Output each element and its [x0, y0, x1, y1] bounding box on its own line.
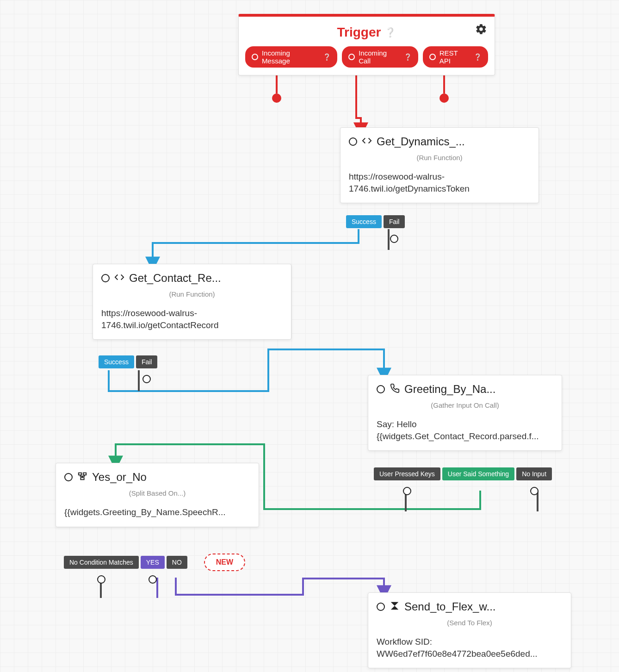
- input-port-icon: [64, 473, 73, 481]
- widget-greeting[interactable]: Greeting_By_Na... (Gather Input On Call)…: [368, 375, 562, 451]
- outcome-said-something[interactable]: User Said Something: [442, 467, 514, 480]
- widget-subtitle: (Split Based On...): [56, 486, 259, 503]
- widget-title: Get_Contact_Re...: [129, 272, 283, 285]
- trigger-pill-incoming-message[interactable]: Incoming Message❔: [245, 46, 337, 68]
- outcome-no[interactable]: NO: [167, 556, 187, 569]
- input-port-icon: [349, 137, 357, 146]
- widget-subtitle: (Send To Flex): [368, 616, 571, 632]
- widget-title: Greeting_By_Na...: [404, 383, 553, 396]
- add-condition-button[interactable]: NEW: [204, 554, 245, 571]
- trigger-title: Trigger: [337, 25, 381, 40]
- widget-subtitle: (Run Function): [340, 151, 539, 167]
- widget-title: Send_to_Flex_w...: [404, 600, 563, 613]
- pill-label: Incoming Call: [359, 49, 400, 65]
- connector-dot: [149, 575, 157, 584]
- connector-dot: [403, 487, 411, 495]
- outcome-success[interactable]: Success: [99, 355, 134, 368]
- settings-icon[interactable]: [475, 23, 487, 37]
- outcome-pressed-keys[interactable]: User Pressed Keys: [374, 467, 440, 480]
- widget-title: Yes_or_No: [92, 471, 250, 484]
- trigger-pill-incoming-call[interactable]: Incoming Call❔: [342, 46, 418, 68]
- svg-rect-11: [79, 473, 81, 475]
- widget-title: Get_Dynamics_...: [377, 135, 530, 148]
- code-icon: [362, 136, 372, 148]
- trigger-node[interactable]: Trigger ❔ Incoming Message❔ Incoming Cal…: [238, 14, 495, 75]
- connector-dot: [390, 235, 398, 243]
- split-icon: [77, 471, 87, 483]
- pill-label: REST API: [439, 49, 470, 65]
- input-port-icon: [101, 274, 110, 282]
- outcome-yes[interactable]: YES: [141, 556, 165, 569]
- widget-body: Say: Hello {{widgets.Get_Contact_Record.…: [368, 415, 562, 450]
- connector-dot: [272, 93, 281, 103]
- widget-subtitle: (Run Function): [93, 287, 291, 304]
- outcome-no-input[interactable]: No Input: [516, 467, 552, 480]
- outcome-no-match[interactable]: No Condition Matches: [64, 556, 139, 569]
- connector-dot: [142, 375, 151, 383]
- connector-dot: [97, 575, 105, 584]
- widget-body: {{widgets.Greeting_By_Name.SpeechR...: [56, 503, 259, 527]
- outcome-fail[interactable]: Fail: [384, 215, 405, 228]
- connector-dot: [439, 93, 449, 103]
- svg-rect-13: [80, 478, 84, 480]
- pill-label: Incoming Message: [262, 49, 319, 65]
- widget-send-to-flex[interactable]: Send_to_Flex_w... (Send To Flex) Workflo…: [368, 592, 571, 668]
- trigger-pill-rest-api[interactable]: REST API❔: [423, 46, 488, 68]
- help-icon[interactable]: ❔: [384, 27, 396, 38]
- widget-get-dynamics[interactable]: Get_Dynamics_... (Run Function) https://…: [340, 127, 539, 203]
- code-icon: [114, 272, 124, 284]
- widget-body: https://rosewood-walrus-1746.twil.io/get…: [340, 167, 539, 203]
- outcome-success[interactable]: Success: [346, 215, 382, 228]
- widget-subtitle: (Gather Input On Call): [368, 398, 562, 415]
- svg-rect-12: [83, 473, 86, 475]
- widget-body: Workflow SID: WW6ed7ef7f60e8e4772bea0ee5…: [368, 632, 571, 668]
- connector-dot: [530, 487, 539, 495]
- flex-icon: [390, 601, 400, 613]
- input-port-icon: [377, 385, 385, 393]
- phone-icon: [390, 383, 400, 395]
- widget-yes-or-no[interactable]: Yes_or_No (Split Based On...) {{widgets.…: [56, 463, 259, 527]
- widget-get-contact[interactable]: Get_Contact_Re... (Run Function) https:/…: [93, 264, 291, 340]
- input-port-icon: [377, 603, 385, 611]
- widget-body: https://rosewood-walrus-1746.twil.io/get…: [93, 304, 291, 339]
- outcome-fail[interactable]: Fail: [136, 355, 158, 368]
